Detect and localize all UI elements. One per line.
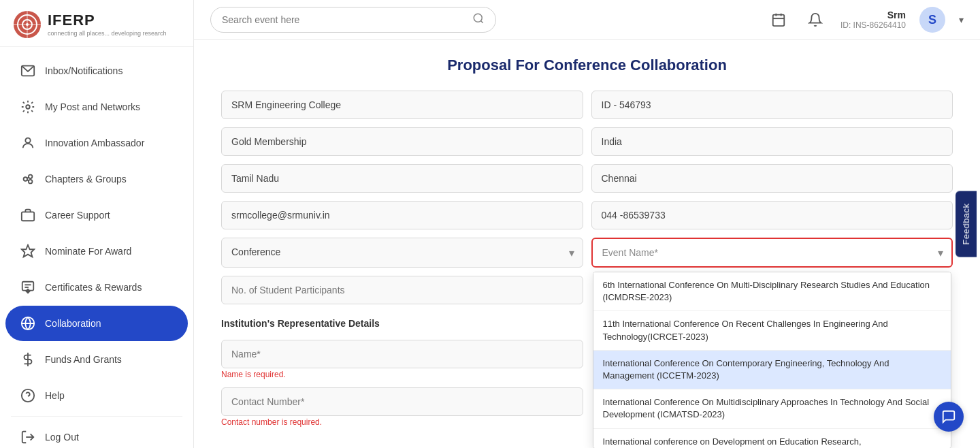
logout-icon xyxy=(19,428,37,446)
ambassador-label: Innovation Ambassador xyxy=(45,138,144,148)
contact-error: Contact number is required. xyxy=(221,417,583,427)
name-field-group: Name is required. xyxy=(221,340,583,379)
posts-icon xyxy=(19,98,37,116)
dropdown-item-3[interactable]: International Conference On Contemporary… xyxy=(593,351,951,389)
career-label: Career Support xyxy=(45,210,110,221)
funds-icon xyxy=(19,351,37,368)
sidebar-item-funds[interactable]: Funds And Grants xyxy=(5,342,188,377)
logo-area: IFERP connecting all places... developin… xyxy=(0,0,193,47)
certificates-label: Certificates & Rewards xyxy=(45,282,142,293)
posts-label: My Post and Networks xyxy=(45,101,140,112)
search-box[interactable] xyxy=(210,7,496,33)
participants-input[interactable] xyxy=(221,276,583,304)
svg-point-24 xyxy=(474,14,482,22)
svg-line-13 xyxy=(27,180,29,181)
logout-label: Log Out xyxy=(45,432,79,443)
form-grid: Conference ▾ Event Name* ▾ 6th Internati… xyxy=(221,91,953,427)
brand-name: IFERP xyxy=(48,12,167,29)
career-icon xyxy=(19,206,37,224)
user-info: Srm ID: INS-86264410 xyxy=(840,10,906,30)
inbox-label: Inbox/Notifications xyxy=(45,65,122,76)
sidebar-item-certificates[interactable]: Certificates & Rewards xyxy=(5,270,188,305)
help-label: Help xyxy=(45,390,65,401)
funds-label: Funds And Grants xyxy=(45,354,122,365)
sidebar-item-logout[interactable]: Log Out xyxy=(5,419,188,448)
svg-rect-26 xyxy=(773,15,785,26)
id-input[interactable] xyxy=(591,91,953,119)
city-input[interactable] xyxy=(591,164,953,193)
event-name-wrapper: Event Name* ▾ 6th International Conferen… xyxy=(591,238,953,268)
nominate-label: Nominate For Award xyxy=(45,246,131,257)
chapters-icon xyxy=(19,170,37,188)
search-icon xyxy=(472,12,485,27)
dropdown-item-2[interactable]: 11th International Conference On Recent … xyxy=(593,311,951,350)
brand-tagline: connecting all places... developing rese… xyxy=(48,30,167,37)
dropdown-item-4[interactable]: International Conference On Multidiscipl… xyxy=(593,389,951,428)
chapters-label: Chapters & Groups xyxy=(45,174,127,185)
main-area: Srm ID: INS-86264410 S ▾ Proposal For Co… xyxy=(194,0,980,448)
search-input[interactable] xyxy=(222,14,466,25)
email-input[interactable] xyxy=(221,201,583,229)
conference-type-select[interactable]: Conference xyxy=(222,238,583,266)
topbar: Srm ID: INS-86264410 S ▾ xyxy=(194,0,980,40)
svg-line-12 xyxy=(27,177,29,178)
collaboration-icon xyxy=(19,315,37,332)
ambassador-icon xyxy=(19,134,37,152)
sidebar-item-nominate[interactable]: Nominate For Award xyxy=(5,234,188,269)
bell-icon[interactable] xyxy=(804,8,827,31)
sidebar-item-career[interactable]: Career Support xyxy=(5,197,188,233)
contact-field-group: Contact number is required. xyxy=(221,387,583,427)
collaboration-label: Collaboration xyxy=(45,318,101,329)
svg-point-10 xyxy=(29,175,32,179)
sidebar-item-help[interactable]: Help xyxy=(5,378,188,413)
country-input[interactable] xyxy=(591,127,953,156)
svg-line-25 xyxy=(480,20,483,22)
certificates-icon xyxy=(19,278,37,296)
svg-point-11 xyxy=(29,180,32,184)
sidebar-item-chapters[interactable]: Chapters & Groups xyxy=(5,161,188,197)
phone-input[interactable] xyxy=(591,201,953,229)
help-icon xyxy=(19,387,37,404)
inbox-icon xyxy=(19,62,37,80)
sidebar-divider xyxy=(11,416,182,417)
type-select-wrapper: Conference ▾ xyxy=(221,238,583,268)
dropdown-item-1[interactable]: 6th International Conference On Multi-Di… xyxy=(593,272,951,311)
sidebar-item-inbox[interactable]: Inbox/Notifications xyxy=(5,53,188,89)
sidebar-item-ambassador[interactable]: Innovation Ambassador xyxy=(5,125,188,161)
content-area: Proposal For Conference Collaboration Co… xyxy=(194,40,980,448)
nominate-icon xyxy=(19,242,37,260)
dropdown-item-5[interactable]: International conference on Development … xyxy=(593,429,951,449)
page-title: Proposal For Conference Collaboration xyxy=(221,57,953,74)
svg-point-7 xyxy=(26,105,30,109)
chevron-down-icon[interactable]: ▾ xyxy=(959,14,964,25)
sidebar: IFERP connecting all places... developin… xyxy=(0,0,194,448)
svg-point-9 xyxy=(24,177,28,181)
state-input[interactable] xyxy=(221,164,583,193)
avatar[interactable]: S xyxy=(919,7,945,33)
sidebar-item-posts[interactable]: My Post and Networks xyxy=(5,89,188,125)
svg-rect-14 xyxy=(22,212,34,221)
feedback-button[interactable]: Feedback xyxy=(956,191,977,257)
user-name: Srm xyxy=(887,10,906,20)
institution-input[interactable] xyxy=(221,91,583,119)
event-name-select[interactable]: Event Name* xyxy=(593,239,952,266)
name-input[interactable] xyxy=(221,340,583,368)
calendar-icon[interactable] xyxy=(767,8,790,31)
svg-point-8 xyxy=(25,138,30,143)
sidebar-item-collaboration[interactable]: Collaboration xyxy=(5,306,188,341)
name-error: Name is required. xyxy=(221,370,583,379)
svg-marker-15 xyxy=(22,245,34,257)
chat-bubble-button[interactable] xyxy=(934,402,964,432)
iferp-logo xyxy=(12,10,42,39)
user-id: ID: INS-86264410 xyxy=(840,20,906,30)
nav-menu: Inbox/Notifications My Post and Networks… xyxy=(0,47,193,448)
membership-input[interactable] xyxy=(221,127,583,156)
topbar-right: Srm ID: INS-86264410 S ▾ xyxy=(767,7,964,33)
event-dropdown-list: 6th International Conference On Multi-Di… xyxy=(593,272,952,448)
contact-input[interactable] xyxy=(221,387,583,416)
